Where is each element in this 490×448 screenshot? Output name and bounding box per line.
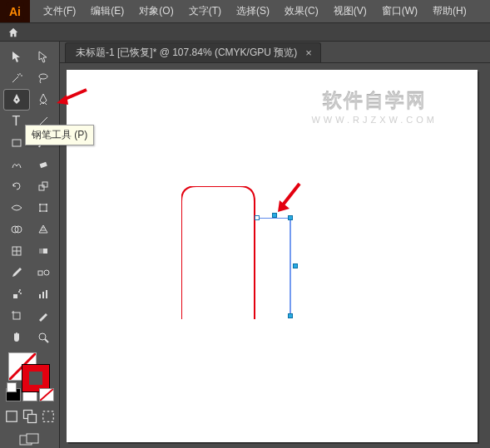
blue-path xyxy=(257,218,290,316)
menu-edit[interactable]: 编辑(E) xyxy=(84,0,131,23)
svg-point-22 xyxy=(18,291,20,293)
menu-select[interactable]: 选择(S) xyxy=(230,0,276,23)
selection-tool[interactable] xyxy=(4,47,29,66)
zoom-tool[interactable] xyxy=(31,327,56,347)
menu-view[interactable]: 视图(V) xyxy=(327,0,374,23)
free-transform-tool[interactable] xyxy=(31,198,56,218)
screen-mode-icon[interactable] xyxy=(19,433,41,448)
magic-wand-tool[interactable] xyxy=(4,68,29,88)
anchor-end[interactable] xyxy=(288,313,293,318)
callout-arrow-toolbox xyxy=(55,86,88,106)
svg-point-0 xyxy=(39,74,47,79)
close-icon[interactable]: × xyxy=(305,47,312,59)
menu-type[interactable]: 文字(T) xyxy=(182,0,228,23)
symbol-spray-tool[interactable] xyxy=(4,284,29,304)
curvature-tool[interactable] xyxy=(31,90,56,110)
mesh-tool[interactable] xyxy=(4,241,29,261)
menubar: 文件(F) 编辑(E) 对象(O) 文字(T) 选择(S) 效果(C) 视图(V… xyxy=(30,0,473,22)
color-chip-none[interactable] xyxy=(39,388,54,401)
svg-point-11 xyxy=(46,210,47,212)
watermark-line1: 软件自学网 xyxy=(311,88,438,114)
watermark-line2: WWW.RJZXW.COM xyxy=(311,115,438,125)
document-tab-label: 未标题-1 [已恢复]* @ 107.84% (CMYK/GPU 预览) xyxy=(76,46,297,60)
eraser-tool[interactable] xyxy=(31,155,56,175)
direct-selection-tool[interactable] xyxy=(31,47,56,66)
shaper-tool[interactable] xyxy=(4,155,29,175)
artboard: 软件自学网 WWW.RJZXW.COM xyxy=(67,70,478,442)
svg-rect-18 xyxy=(39,249,43,254)
tooltip-pen-tool: 钢笔工具 (P) xyxy=(25,125,94,145)
svg-rect-19 xyxy=(38,271,42,275)
titlebar: Ai 文件(F) 编辑(E) 对象(O) 文字(T) 选择(S) 效果(C) 视… xyxy=(0,0,490,23)
svg-rect-26 xyxy=(42,292,44,298)
red-path xyxy=(181,186,255,319)
svg-rect-4 xyxy=(39,162,47,168)
menu-object[interactable]: 对象(O) xyxy=(132,0,180,23)
anchor-start[interactable] xyxy=(255,215,260,220)
svg-rect-27 xyxy=(46,290,47,298)
svg-point-24 xyxy=(19,289,21,291)
shape-builder-tool[interactable] xyxy=(4,219,29,239)
tab-bar: 未标题-1 [已恢复]* @ 107.84% (CMYK/GPU 预览) × xyxy=(60,42,490,63)
svg-rect-7 xyxy=(40,204,47,211)
svg-rect-3 xyxy=(12,140,21,146)
graph-tool[interactable] xyxy=(31,284,56,304)
lasso-tool[interactable] xyxy=(31,68,56,88)
ai-badge: Ai xyxy=(6,2,24,21)
gradient-tool[interactable] xyxy=(31,241,56,261)
watermark: 软件自学网 WWW.RJZXW.COM xyxy=(311,88,438,125)
home-icon[interactable] xyxy=(5,25,22,40)
blue-path-group xyxy=(257,218,299,322)
svg-rect-40 xyxy=(27,434,38,443)
rotate-tool[interactable] xyxy=(4,176,29,196)
hand-tool[interactable] xyxy=(4,327,29,347)
svg-point-1 xyxy=(15,99,17,101)
toolbox: T xyxy=(0,42,60,448)
svg-rect-37 xyxy=(27,415,36,423)
canvas[interactable]: 软件自学网 WWW.RJZXW.COM xyxy=(60,63,490,448)
draw-mode-row xyxy=(3,410,57,423)
svg-rect-35 xyxy=(6,411,17,422)
menu-file[interactable]: 文件(F) xyxy=(37,0,82,23)
fill-stroke-swatch[interactable] xyxy=(7,352,53,383)
pen-tool[interactable] xyxy=(4,90,29,110)
callout-arrow-canvas xyxy=(275,182,308,215)
svg-rect-38 xyxy=(42,411,53,422)
svg-line-34 xyxy=(40,389,53,401)
svg-point-10 xyxy=(39,210,41,212)
red-rounded-path xyxy=(181,186,258,323)
svg-line-32 xyxy=(45,339,48,342)
svg-rect-25 xyxy=(39,294,41,298)
menu-window[interactable]: 窗口(W) xyxy=(375,0,424,23)
draw-inside-icon[interactable] xyxy=(40,410,57,423)
blend-tool[interactable] xyxy=(31,263,56,283)
app-frame: Ai 文件(F) 编辑(E) 对象(O) 文字(T) 选择(S) 效果(C) 视… xyxy=(0,0,490,448)
svg-point-8 xyxy=(39,204,41,205)
slice-tool[interactable] xyxy=(31,306,56,326)
svg-rect-21 xyxy=(13,294,17,298)
anchor-corner[interactable] xyxy=(288,215,293,220)
app-logo[interactable]: Ai xyxy=(0,0,30,22)
svg-point-20 xyxy=(44,270,49,275)
width-tool[interactable] xyxy=(4,198,29,218)
menu-effect[interactable]: 效果(C) xyxy=(278,0,325,23)
default-fill-stroke-icon[interactable] xyxy=(7,382,17,392)
document-area: 未标题-1 [已恢复]* @ 107.84% (CMYK/GPU 预览) × 软… xyxy=(60,42,490,448)
eyedropper-tool[interactable] xyxy=(4,263,29,283)
perspective-tool[interactable] xyxy=(31,219,56,239)
document-tab[interactable]: 未标题-1 [已恢复]* @ 107.84% (CMYK/GPU 预览) × xyxy=(65,42,321,62)
svg-rect-5 xyxy=(39,185,44,190)
draw-behind-icon[interactable] xyxy=(22,410,38,423)
scale-tool[interactable] xyxy=(31,176,56,196)
type-icon: T xyxy=(12,115,21,128)
svg-point-31 xyxy=(39,333,46,340)
control-strip xyxy=(0,23,490,42)
menu-help[interactable]: 帮助(H) xyxy=(426,0,473,23)
svg-point-9 xyxy=(46,204,47,205)
artboard-tool[interactable] xyxy=(4,306,29,326)
bbox-handle-right[interactable] xyxy=(293,263,298,268)
svg-point-23 xyxy=(20,293,22,294)
svg-rect-6 xyxy=(42,182,47,187)
draw-normal-icon[interactable] xyxy=(3,410,20,423)
svg-rect-28 xyxy=(13,313,20,319)
